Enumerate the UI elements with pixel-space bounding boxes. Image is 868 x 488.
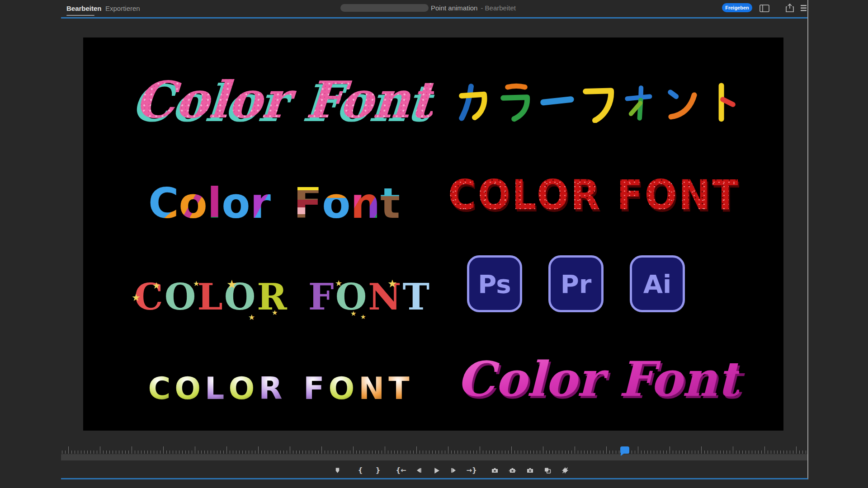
panel-focus-border-bottom <box>61 478 808 479</box>
program-monitor-canvas: Color Font Color Font ColorFont COLOR FO… <box>83 38 783 431</box>
panel-divider <box>807 0 808 479</box>
star-icon: ★ <box>335 279 342 287</box>
tab-bearbeiten[interactable]: Bearbeiten <box>66 4 102 13</box>
katakana-glyph <box>538 81 576 123</box>
extract-button[interactable] <box>508 466 516 474</box>
transport-controls: { } {← →} <box>333 465 569 475</box>
hamburger-menu-icon[interactable] <box>800 4 807 14</box>
star-icon: ★ <box>152 281 160 290</box>
sample-pink-script: Color Font Color Font <box>153 62 415 137</box>
letter: F <box>293 179 322 228</box>
letter: C <box>148 179 179 228</box>
katakana-glyph <box>705 81 742 123</box>
photoshop-badge: Ps <box>467 255 522 312</box>
sample-rounded-multicolor: ColorFont <box>142 182 406 225</box>
star-icon: ★ <box>193 280 199 287</box>
letter: r <box>250 179 270 228</box>
sample-star-serif: COLORFONT ★★★★★★★★★★ <box>149 272 416 321</box>
top-bar: Bearbeiten Exportieren Point animation -… <box>0 0 868 17</box>
bubble-caps-word: COLORFONT <box>148 371 413 406</box>
star-decoration-layer: ★★★★★★★★★★ <box>134 276 431 318</box>
sample-katakana-word <box>454 81 743 123</box>
share-button[interactable]: Freigeben <box>722 3 752 12</box>
mark-in-button[interactable]: { <box>356 466 364 474</box>
letter: n <box>351 179 381 228</box>
sequence-title: Point animation - Bearbeitet <box>431 4 516 12</box>
tab-exportieren[interactable]: Exportieren <box>105 4 140 13</box>
katakana-glyph <box>497 81 534 123</box>
letter: O <box>328 371 359 406</box>
letter: R <box>259 371 286 406</box>
lift-button[interactable] <box>491 466 499 474</box>
mark-out-button[interactable]: } <box>374 466 382 474</box>
add-marker-button[interactable] <box>333 466 341 474</box>
letter: T <box>388 371 413 406</box>
letter: C <box>148 371 175 406</box>
sequence-title-text: Point animation <box>431 4 477 12</box>
comparison-view-button[interactable] <box>543 466 552 474</box>
timeline-scrollbar[interactable] <box>61 454 807 460</box>
go-to-out-button[interactable]: →} <box>467 466 476 474</box>
panel-focus-border-top <box>61 17 808 19</box>
letter: o <box>179 179 208 228</box>
katakana-glyph <box>455 81 492 123</box>
katakana-glyph <box>622 81 659 123</box>
sample-glossy-script: Color Font Color Font <box>470 343 726 415</box>
step-forward-button[interactable] <box>450 466 458 474</box>
star-icon: ★ <box>132 293 141 303</box>
letter: N <box>359 371 388 406</box>
play-button[interactable] <box>432 466 440 474</box>
star-icon: ★ <box>248 314 255 321</box>
letter: F <box>303 371 328 406</box>
illustrator-badge: Ai <box>630 255 685 312</box>
katakana-glyph <box>580 81 617 123</box>
rounded-multicolor-word: ColorFont <box>148 179 400 228</box>
pink-script-text: Color Font <box>133 70 436 129</box>
premiere-badge: Pr <box>548 255 604 312</box>
letter: L <box>205 371 228 406</box>
adobe-badges: Ps Pr Ai <box>467 255 685 312</box>
gear-slash-icon[interactable] <box>561 466 569 474</box>
sequence-modified-text: - Bearbeitet <box>481 4 516 12</box>
export-frame-button[interactable] <box>526 466 534 474</box>
star-icon: ★ <box>272 309 278 316</box>
letter: o <box>222 179 250 228</box>
go-to-in-button[interactable]: {← <box>397 466 405 474</box>
glossy-script-text: Color Font <box>457 351 739 407</box>
letter: O <box>228 371 259 406</box>
sample-red-glitter: COLOR FONT COLOR FONT <box>454 173 734 217</box>
step-back-button[interactable] <box>415 466 423 474</box>
red-glitter-text: COLOR FONT <box>448 171 740 219</box>
playhead-marker[interactable] <box>620 446 629 454</box>
time-ruler[interactable] <box>61 446 807 454</box>
quick-export-icon[interactable] <box>785 3 794 14</box>
letter: o <box>322 179 350 228</box>
star-icon: ★ <box>350 310 356 317</box>
star-icon: ★ <box>360 314 366 320</box>
star-icon: ★ <box>226 278 237 290</box>
workspace-icon[interactable] <box>760 5 769 14</box>
katakana-glyph <box>663 81 700 123</box>
project-name-pill-blurred <box>340 4 429 12</box>
letter: O <box>175 371 205 406</box>
star-icon: ★ <box>387 278 397 289</box>
sample-bubble-caps: COLORFONT <box>147 370 414 407</box>
active-tab-underline <box>66 15 94 16</box>
letter: t <box>380 179 400 228</box>
letter: l <box>208 179 222 228</box>
